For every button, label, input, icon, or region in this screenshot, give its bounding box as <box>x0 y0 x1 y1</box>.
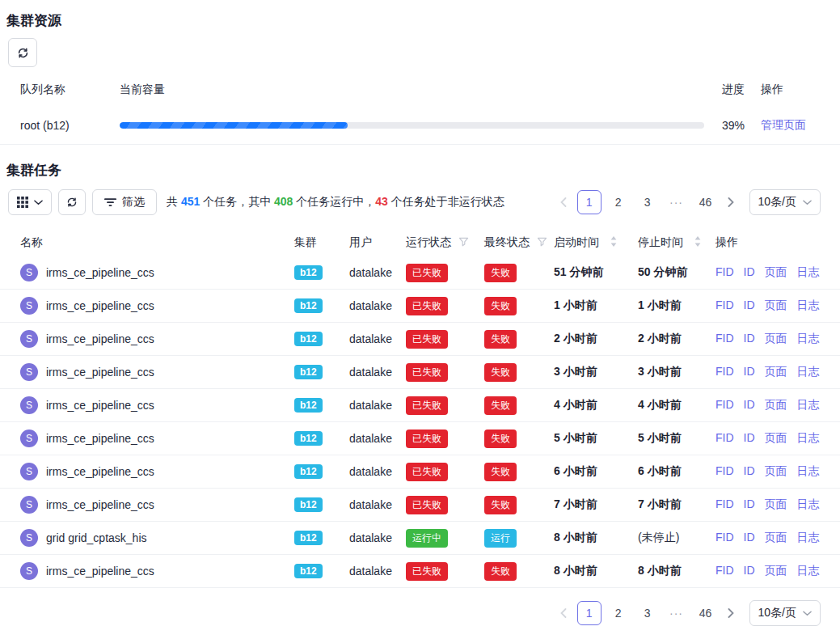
tasks-refresh-button[interactable] <box>58 189 86 215</box>
action-log[interactable]: 日志 <box>797 332 820 346</box>
table-row: S irms_ce_pipeline_ccs b12 datalake 已失败 … <box>0 455 840 489</box>
action-fid[interactable]: FID <box>715 497 734 512</box>
action-fid[interactable]: FID <box>715 298 734 313</box>
pager-next[interactable] <box>720 601 743 625</box>
tasks-table-header: 名称 集群 用户 运行状态 最终状态 启动时间 停止时间 <box>0 229 840 256</box>
action-page[interactable]: 页面 <box>765 531 787 545</box>
pager-page-3[interactable]: 3 <box>635 190 660 214</box>
pager-page-46[interactable]: 46 <box>694 190 718 214</box>
action-log[interactable]: 日志 <box>797 531 820 545</box>
action-page[interactable]: 页面 <box>765 464 787 479</box>
row-actions: FIDID页面日志 <box>715 332 821 346</box>
page-size-select[interactable]: 10条/页 <box>749 600 821 626</box>
pager-prev[interactable] <box>552 601 575 625</box>
action-fid[interactable]: FID <box>715 564 734 578</box>
action-id[interactable]: ID <box>744 332 755 346</box>
row-actions: FIDID页面日志 <box>715 398 821 413</box>
avatar: S <box>20 463 38 480</box>
pager-next[interactable] <box>720 190 743 214</box>
action-fid[interactable]: FID <box>715 431 734 446</box>
action-id[interactable]: ID <box>744 464 755 479</box>
action-log[interactable]: 日志 <box>797 265 820 280</box>
action-id[interactable]: ID <box>744 531 755 545</box>
action-page[interactable]: 页面 <box>765 497 787 512</box>
resources-refresh-button[interactable] <box>8 38 37 67</box>
pager-page-2[interactable]: 2 <box>606 601 631 625</box>
action-id[interactable]: ID <box>744 398 755 413</box>
final-status-badge: 运行 <box>484 529 517 548</box>
run-status-badge: 已失败 <box>406 430 448 448</box>
action-id[interactable]: ID <box>744 497 755 512</box>
start-time: 51 分钟前 <box>554 265 638 280</box>
pager-page-46[interactable]: 46 <box>694 601 718 625</box>
col-current-capacity: 当前容量 <box>120 83 704 97</box>
action-page[interactable]: 页面 <box>765 365 787 379</box>
final-status-badge: 失败 <box>484 463 517 481</box>
column-display-button[interactable] <box>8 189 52 215</box>
row-actions: FIDID页面日志 <box>715 564 821 578</box>
action-fid[interactable]: FID <box>715 365 734 379</box>
sort-carets-icon[interactable] <box>610 236 617 249</box>
action-fid[interactable]: FID <box>715 265 734 280</box>
action-page[interactable]: 页面 <box>765 265 787 280</box>
run-status-badge: 已失败 <box>406 363 448 382</box>
action-page[interactable]: 页面 <box>765 564 787 578</box>
task-name: irms_ce_pipeline_ccs <box>46 266 154 279</box>
pager-page-2[interactable]: 2 <box>606 190 631 214</box>
stop-time: 2 小时前 <box>638 332 715 346</box>
action-page[interactable]: 页面 <box>765 332 787 346</box>
action-log[interactable]: 日志 <box>797 298 820 313</box>
task-table-body: S irms_ce_pipeline_ccs b12 datalake 已失败 … <box>0 256 840 588</box>
pager-page-1[interactable]: 1 <box>577 601 602 625</box>
col-stop-time[interactable]: 停止时间 <box>638 235 715 250</box>
action-id[interactable]: ID <box>744 265 755 280</box>
cluster-badge: b12 <box>294 365 323 379</box>
pager-page-1[interactable]: 1 <box>577 190 602 214</box>
col-start-time[interactable]: 启动时间 <box>554 235 638 250</box>
filter-funnel-icon[interactable] <box>537 236 547 249</box>
action-log[interactable]: 日志 <box>797 365 820 379</box>
filter-button-label: 筛选 <box>122 195 145 209</box>
col-run-status: 运行状态 <box>406 235 484 250</box>
run-status-badge: 已失败 <box>406 496 448 514</box>
run-status-badge: 已失败 <box>406 297 448 315</box>
final-status-badge: 失败 <box>484 496 517 514</box>
grid-apps-icon <box>17 197 28 208</box>
action-log[interactable]: 日志 <box>797 464 820 479</box>
action-id[interactable]: ID <box>744 431 755 446</box>
avatar: S <box>20 330 38 348</box>
progress-percent: 39% <box>704 119 761 132</box>
page-size-select[interactable]: 10条/页 <box>749 189 821 215</box>
action-page[interactable]: 页面 <box>765 431 787 446</box>
action-page[interactable]: 页面 <box>765 298 787 313</box>
manage-page-link[interactable]: 管理页面 <box>761 118 806 131</box>
action-fid[interactable]: FID <box>715 332 734 346</box>
user-name: datalake <box>349 332 406 345</box>
action-fid[interactable]: FID <box>715 398 734 413</box>
action-id[interactable]: ID <box>744 564 755 578</box>
action-fid[interactable]: FID <box>715 531 734 545</box>
capacity-progress-fill <box>120 122 348 129</box>
action-log[interactable]: 日志 <box>797 398 820 413</box>
cluster-badge: b12 <box>294 431 323 446</box>
action-id[interactable]: ID <box>744 298 755 313</box>
avatar: S <box>20 529 38 547</box>
action-id[interactable]: ID <box>744 365 755 379</box>
action-log[interactable]: 日志 <box>797 497 820 512</box>
action-log[interactable]: 日志 <box>797 564 820 578</box>
final-status-badge: 失败 <box>484 264 517 282</box>
pager-prev[interactable] <box>552 190 575 214</box>
user-name: datalake <box>349 299 406 312</box>
pagination-top: 123···46 10条/页 <box>552 189 821 215</box>
action-log[interactable]: 日志 <box>797 431 820 446</box>
pager-page-3[interactable]: 3 <box>635 601 660 625</box>
filter-funnel-icon[interactable] <box>458 236 469 249</box>
filter-button[interactable]: 筛选 <box>92 189 157 215</box>
avatar: S <box>20 396 38 414</box>
action-page[interactable]: 页面 <box>765 398 787 413</box>
action-fid[interactable]: FID <box>715 464 734 479</box>
sort-carets-icon[interactable] <box>694 236 701 249</box>
run-status-badge: 已失败 <box>406 463 448 481</box>
table-row: S grid grid_cptask_his b12 datalake 运行中 … <box>0 522 840 555</box>
table-row: S irms_ce_pipeline_ccs b12 datalake 已失败 … <box>0 290 840 323</box>
